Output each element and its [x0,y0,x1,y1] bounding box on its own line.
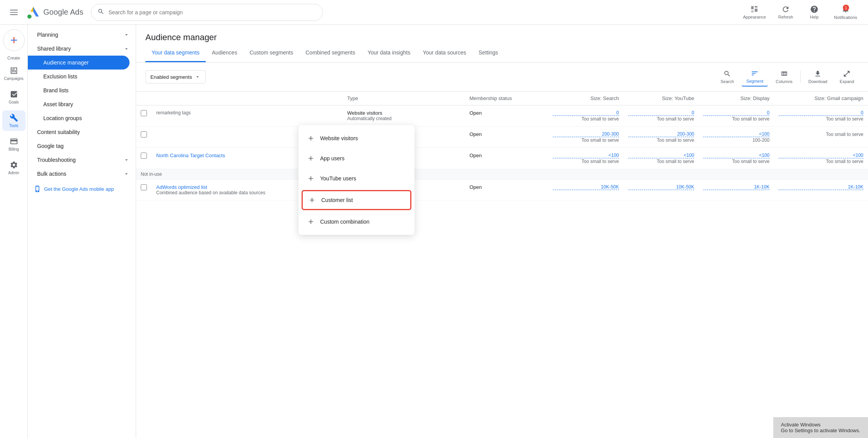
row-size-display[interactable]: <100 [703,153,769,158]
filter-button[interactable]: Enabled segments [145,70,206,83]
row-size-gmail-sub: Too small to serve [826,116,863,122]
row-checkbox[interactable] [141,131,147,138]
exclusion-lists-nav-item[interactable]: Exclusion lists [28,70,130,83]
sidebar-item-campaigns[interactable]: Campaigns [2,63,26,84]
row-size-display-sub: Too small to serve [732,116,770,122]
row-size-gmail[interactable]: <100 [779,153,863,158]
row-size-search[interactable]: 0 [553,110,619,116]
row-checkbox[interactable] [141,184,147,190]
row-type-line2: Automatically created [347,116,460,121]
tab-your-data-segments[interactable]: Your data segments [145,44,206,62]
notifications-button[interactable]: 1 Notifications [829,2,862,22]
table-row: remarketing tags Website visitors Automa… [136,105,868,127]
table-row: Customer list Customer contact informati… [136,127,868,148]
brand-lists-nav-item[interactable]: Brand lists [28,83,130,97]
search-input[interactable] [108,9,316,15]
row-size-youtube[interactable]: <100 [628,153,694,158]
row-size-display[interactable]: 1K-10K [703,184,769,190]
svg-rect-6 [755,6,757,8]
not-in-use-section-row: Not in-use [136,169,868,180]
col-header-size-youtube: Size: YouTube [624,92,699,105]
search-toolbar-button[interactable]: Search [716,68,738,86]
dropdown-item-custom-combination[interactable]: Custom combination [298,212,414,232]
appearance-button[interactable]: Appearance [738,3,771,22]
expand-toolbar-button[interactable]: Expand [835,68,859,86]
row-membership: Open [465,127,548,148]
audience-table: Type Membership status Size: Search Size… [136,92,868,200]
row-membership: Open [465,148,548,169]
tab-custom-segments[interactable]: Custom segments [243,44,299,62]
row-size-search-sub: Too small to serve [582,159,619,164]
main-layout: Create Campaigns Goals Tools Billing [0,25,868,438]
planning-section[interactable]: Planning [28,28,136,42]
plus-icon [307,195,317,205]
notification-badge: 1 [843,5,849,11]
row-size-gmail[interactable]: 1K-10K [779,184,863,190]
troubleshooting-section[interactable]: Troubleshooting [28,153,136,167]
activate-windows-overlay: Activate Windows Go to Settings to activ… [773,417,868,438]
dropdown-item-customer-list[interactable]: Customer list [303,191,410,209]
logo-area: Google Ads [26,5,83,19]
asset-library-nav-item[interactable]: Asset library [28,97,130,111]
row-size-display[interactable]: <100 [703,131,769,137]
google-tag-section[interactable]: Google tag [28,139,136,153]
row-size-youtube[interactable]: 0 [628,110,694,116]
col-header-size-search: Size: Search [548,92,624,105]
dropdown-item-website-visitors[interactable]: Website visitors [298,128,414,148]
sidebar-item-goals[interactable]: Goals [2,87,26,107]
row-size-display-sub: Too small to serve [732,159,770,164]
dropdown-item-app-users[interactable]: App users [298,148,414,168]
top-nav: Google Ads Appearance Refresh [0,0,868,25]
refresh-button[interactable]: Refresh [772,3,799,22]
search-bar[interactable] [91,4,323,21]
shared-library-section[interactable]: Shared library [28,42,136,56]
nav-actions: Appearance Refresh Help 1 Notifications [738,2,862,22]
row-size-youtube[interactable]: 200-300 [628,131,694,137]
table-row: AdWords optimized list Combined audience… [136,180,868,200]
sidebar-item-tools[interactable]: Tools [2,110,26,131]
help-button[interactable]: Help [801,3,828,22]
sidebar-item-admin[interactable]: Admin [2,158,26,178]
row-membership: Open [465,105,548,127]
bulk-actions-section[interactable]: Bulk actions [28,167,136,181]
row-checkbox[interactable] [141,153,147,159]
location-groups-nav-item[interactable]: Location groups [28,111,130,125]
create-label: Create [7,56,20,60]
content-suitability-section[interactable]: Content suitability [28,125,136,139]
tab-your-data-sources[interactable]: Your data sources [416,44,472,62]
row-size-search[interactable]: 200-300 [553,131,619,137]
icon-sidebar: Create Campaigns Goals Tools Billing [0,25,28,438]
row-size-search[interactable]: <100 [553,153,619,158]
segment-toolbar-button[interactable]: Segment [742,67,768,87]
download-toolbar-button[interactable]: Download [804,68,832,86]
tab-audiences[interactable]: Audiences [206,44,243,62]
app-name: Google Ads [43,8,83,17]
row-name-link[interactable]: AdWords optimized list [156,184,207,190]
row-size-search-sub: Too small to serve [582,138,619,143]
audience-manager-nav-item[interactable]: Audience manager [28,56,130,70]
hamburger-button[interactable] [6,5,22,20]
row-size-gmail-sub: Too small to serve [826,132,863,137]
row-checkbox[interactable] [141,110,147,116]
plus-icon [306,174,315,183]
mobile-app-banner[interactable]: Get the Google Ads mobile app [28,181,136,197]
row-size-gmail[interactable]: 0 [779,110,863,116]
row-size-display[interactable]: 0 [703,110,769,116]
plus-icon [306,134,315,143]
dropdown-item-youtube-users[interactable]: YouTube users [298,168,414,188]
tab-combined-segments[interactable]: Combined segments [299,44,361,62]
sidebar-item-billing[interactable]: Billing [2,134,26,154]
row-size-search[interactable]: 10K-50K [553,184,619,190]
col-header-type: Type [343,92,465,105]
row-name-link[interactable]: North Carolina Target Contacts [156,153,225,158]
row-size-youtube-sub: Too small to serve [657,159,694,164]
tab-settings[interactable]: Settings [472,44,505,62]
create-button[interactable] [3,29,25,51]
table-toolbar: Enabled segments Search Segment [136,63,868,92]
tab-your-data-insights[interactable]: Your data insights [362,44,417,62]
row-size-display-sub: 100-200 [752,138,769,143]
col-header-size-display: Size: Display [699,92,774,105]
row-size-youtube[interactable]: 10K-50K [628,184,694,190]
columns-toolbar-button[interactable]: Columns [771,68,797,86]
row-size-youtube-sub: Too small to serve [657,116,694,122]
